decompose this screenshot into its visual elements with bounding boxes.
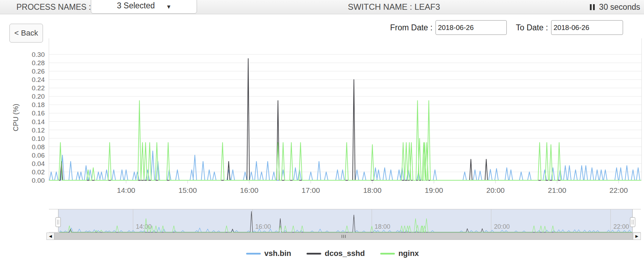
legend-item-dcos_sshd[interactable]: dcos_sshd bbox=[307, 249, 365, 258]
x-axis-tick-label: 22:00 bbox=[609, 186, 628, 194]
navigator-handle-left[interactable] bbox=[56, 217, 61, 227]
x-axis-tick-label: 17:00 bbox=[302, 186, 320, 194]
scroll-right-button[interactable]: ▶ bbox=[633, 233, 641, 240]
x-axis-tick-label: 16:00 bbox=[240, 186, 258, 194]
y-axis-tick-label: 0.26 bbox=[32, 68, 45, 75]
cpu-usage-chart: 0.000.020.040.060.080.100.120.140.160.18… bbox=[0, 0, 644, 265]
process-names-dropdown[interactable]: 3 Selected ▼ bbox=[91, 0, 197, 14]
y-axis-tick-label: 0.18 bbox=[32, 101, 45, 108]
x-axis-tick-label: 19:00 bbox=[425, 186, 443, 194]
y-axis-tick-label: 0.12 bbox=[32, 127, 45, 134]
pause-icon[interactable] bbox=[590, 4, 595, 10]
y-axis-tick-label: 0.02 bbox=[32, 168, 45, 176]
y-axis-tick-label: 0.22 bbox=[32, 84, 45, 92]
navigator-tick-label: 22:00 bbox=[613, 223, 629, 230]
x-axis-tick-label: 20:00 bbox=[486, 186, 505, 194]
legend-label: vsh.bin bbox=[264, 249, 291, 258]
navigator-scrollbar: ◀ ▶ bbox=[46, 233, 641, 240]
y-axis-tick-label: 0.20 bbox=[32, 93, 45, 100]
scrollbar-thumb[interactable] bbox=[54, 233, 633, 240]
legend-swatch bbox=[307, 253, 321, 255]
process-dropdown-value: 3 Selected bbox=[117, 1, 155, 10]
process-names-label: PROCESS NAMES : bbox=[16, 0, 91, 14]
navigator-tick-label: 18:00 bbox=[375, 223, 390, 230]
y-axis-tick-label: 0.16 bbox=[32, 109, 45, 117]
refresh-interval-label: 30 seconds bbox=[599, 2, 640, 12]
y-axis-tick-label: 0.14 bbox=[32, 118, 45, 126]
legend-swatch bbox=[380, 253, 395, 255]
navigator-tick-label: 20:00 bbox=[494, 223, 510, 230]
legend-item-vsh.bin[interactable]: vsh.bin bbox=[246, 249, 291, 258]
scroll-left-button[interactable]: ◀ bbox=[47, 233, 54, 240]
legend-item-nginx[interactable]: nginx bbox=[380, 249, 419, 258]
scrollbar-grip-icon bbox=[342, 235, 346, 238]
y-axis-tick-label: 0.06 bbox=[32, 152, 45, 159]
x-axis-tick-label: 15:00 bbox=[178, 186, 197, 194]
x-axis-tick-label: 18:00 bbox=[363, 186, 382, 194]
y-axis-tick-label: 0.24 bbox=[32, 76, 45, 83]
legend-label: nginx bbox=[398, 249, 419, 258]
x-axis-tick-label: 21:00 bbox=[548, 186, 566, 194]
top-bar: PROCESS NAMES : 3 Selected ▼ SWITCH NAME… bbox=[0, 0, 644, 14]
switch-name-label: SWITCH NAME : LEAF3 bbox=[348, 0, 440, 14]
y-axis-tick-label: 0.08 bbox=[32, 143, 45, 151]
y-axis-tick-label: 0.04 bbox=[32, 160, 45, 167]
navigator-tick-label: 16:00 bbox=[255, 223, 271, 230]
chart-legend: vsh.bindcos_sshdnginx bbox=[246, 249, 419, 258]
plot-area[interactable] bbox=[49, 38, 642, 180]
y-axis-tick-label: 0.28 bbox=[32, 59, 45, 67]
navigator-handle-right[interactable] bbox=[630, 217, 635, 227]
y-axis-tick-label: 0.10 bbox=[32, 135, 45, 142]
legend-label: dcos_sshd bbox=[325, 249, 365, 258]
y-axis-tick-label: 0.30 bbox=[32, 51, 45, 58]
chevron-down-icon: ▼ bbox=[166, 4, 171, 10]
refresh-control: 30 seconds bbox=[590, 0, 640, 14]
legend-swatch bbox=[246, 253, 261, 255]
y-axis-tick-label: 0.00 bbox=[32, 177, 45, 184]
x-axis-tick-label: 14:00 bbox=[117, 186, 136, 194]
y-axis-title: CPU (%) bbox=[12, 104, 20, 131]
